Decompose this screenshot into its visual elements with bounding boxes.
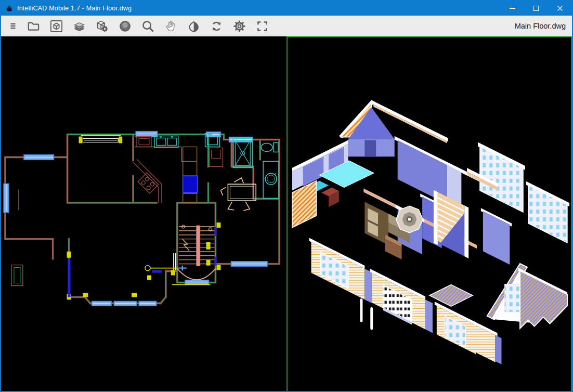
kitchen-island	[133, 159, 162, 203]
plan-kitchen	[133, 136, 198, 203]
model-render-settings-button[interactable]	[90, 17, 113, 35]
model-kitchen	[364, 202, 423, 259]
pan-button[interactable]	[159, 17, 182, 35]
window-controls	[500, 1, 572, 16]
app-window: IntelliCAD Mobile 1.7 - Main Floor.dwg	[0, 0, 573, 392]
plan-dining-table	[220, 178, 256, 211]
zoom-button[interactable]	[136, 17, 159, 35]
toilet	[261, 143, 278, 152]
magnifier-icon	[141, 19, 155, 33]
toolbar: Main Floor.dwg	[1, 16, 572, 36]
hand-icon	[164, 19, 178, 33]
viewport-3d-model[interactable]	[286, 36, 572, 392]
washer	[263, 161, 279, 199]
menu-button[interactable]	[4, 17, 22, 35]
floor-plan-drawing	[1, 36, 286, 392]
folder-icon	[27, 19, 40, 33]
window-title: IntelliCAD Mobile 1.7 - Main Floor.dwg	[17, 5, 132, 12]
contrast-droplet-icon	[187, 19, 201, 33]
maximize-icon	[533, 6, 539, 11]
plan-staircase	[174, 225, 217, 280]
model-staircase	[434, 190, 468, 259]
regenerate-button[interactable]	[205, 17, 228, 35]
layers-icon	[72, 19, 86, 33]
refresh-icon	[210, 19, 224, 33]
model-3d-drawing	[288, 37, 571, 391]
contrast-background-button[interactable]	[182, 17, 205, 35]
close-icon	[557, 5, 563, 11]
minimize-button[interactable]	[500, 1, 524, 16]
model-white-dashes	[360, 298, 373, 330]
fullscreen-brackets-icon	[255, 19, 269, 33]
model-garage-roof	[487, 264, 567, 329]
app-logo-icon	[5, 5, 13, 12]
minimize-icon	[510, 8, 515, 9]
cube-gear-icon	[95, 19, 109, 33]
view-cube-3d-button[interactable]	[45, 17, 68, 35]
gear-icon	[232, 19, 246, 33]
viewport-2d-plan[interactable]	[1, 36, 286, 392]
document-label: Main Floor.dwg	[515, 22, 566, 30]
sphere-icon	[118, 19, 132, 33]
close-button[interactable]	[548, 1, 572, 16]
settings-button[interactable]	[228, 17, 251, 35]
layers-button[interactable]	[68, 17, 90, 35]
titlebar: IntelliCAD Mobile 1.7 - Main Floor.dwg	[1, 1, 572, 16]
model-back-gable	[339, 100, 448, 156]
plan-windows	[4, 132, 267, 306]
plan-dining-window	[79, 136, 122, 143]
open-file-button[interactable]	[22, 17, 45, 35]
shower	[233, 139, 252, 168]
kitchen-sink	[154, 136, 178, 148]
maximize-button[interactable]	[524, 1, 548, 16]
drawing-canvas	[1, 36, 572, 392]
menu-icon	[7, 20, 19, 32]
zoom-extents-fullscreen-button[interactable]	[251, 17, 274, 35]
model-island	[396, 206, 423, 232]
shading-material-button[interactable]	[113, 17, 136, 35]
model-front-wall	[309, 238, 502, 364]
view-cube-3d-icon	[49, 19, 63, 33]
